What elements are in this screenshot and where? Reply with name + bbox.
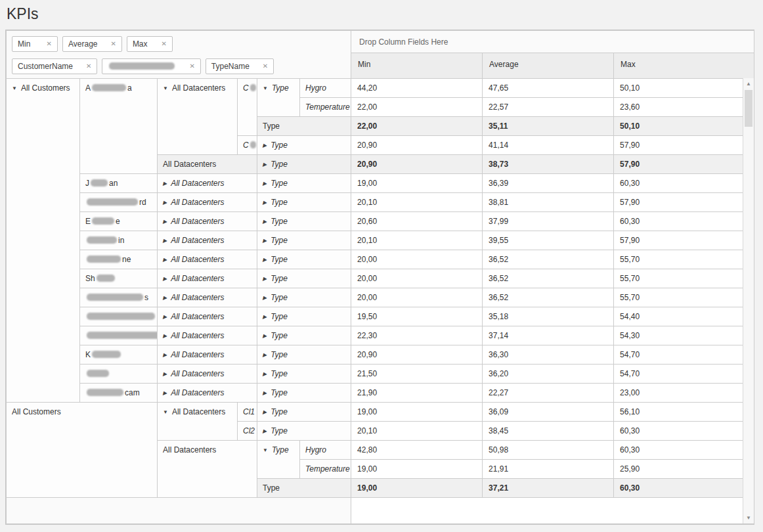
type-cell[interactable]: ▶Type xyxy=(257,174,351,193)
triangle-right-icon[interactable]: ▶ xyxy=(163,238,167,244)
triangle-right-icon[interactable]: ▶ xyxy=(263,143,267,148)
all-datacenters-cell[interactable]: ▶All Datacenters xyxy=(158,193,257,212)
redacted-field-chip[interactable]: ✕ xyxy=(102,58,200,74)
remove-field-icon[interactable]: ✕ xyxy=(47,41,52,47)
triangle-down-icon[interactable]: ▼ xyxy=(163,85,168,91)
all-customers-cell[interactable]: ▼All Customers xyxy=(7,79,80,403)
all-datacenters-cell[interactable]: ▶All Datacenters xyxy=(158,365,257,384)
max-field-chip[interactable]: Max✕ xyxy=(127,36,173,52)
triangle-down-icon[interactable]: ▼ xyxy=(263,85,268,91)
type-cell[interactable]: ▶Type xyxy=(257,136,351,155)
type-cell[interactable]: ▶Type xyxy=(257,384,351,403)
all-datacenters-cell[interactable]: ▼All Datacenters xyxy=(158,403,238,441)
all-datacenters-cell[interactable]: ▶All Datacenters xyxy=(158,174,257,193)
triangle-right-icon[interactable]: ▶ xyxy=(263,181,267,187)
scroll-thumb[interactable] xyxy=(745,90,752,127)
all-datacenters-cell[interactable]: ▶All Datacenters xyxy=(158,269,257,288)
triangle-right-icon[interactable]: ▶ xyxy=(263,428,267,434)
grid-row: Jan▶All Datacenters▶Type19,0036,3960,30 xyxy=(7,174,754,193)
triangle-right-icon[interactable]: ▶ xyxy=(163,390,167,396)
triangle-right-icon[interactable]: ▶ xyxy=(263,409,267,415)
type-cell[interactable]: ▶Type xyxy=(257,193,351,212)
all-datacenters-cell[interactable]: ▶All Datacenters xyxy=(158,307,257,326)
value-cell: 57,90 xyxy=(614,155,754,174)
typename-field-chip[interactable]: TypeName✕ xyxy=(206,58,274,74)
remove-field-icon[interactable]: ✕ xyxy=(161,41,166,47)
type-cell[interactable]: ▶Type xyxy=(257,155,351,174)
scroll-down-button[interactable]: ▼ xyxy=(743,512,754,523)
triangle-down-icon[interactable]: ▼ xyxy=(263,447,268,453)
type-cell[interactable]: ▶Type xyxy=(257,212,351,231)
triangle-down-icon[interactable]: ▼ xyxy=(163,409,168,415)
type-cell[interactable]: ▶Type xyxy=(257,288,351,307)
type-cell[interactable]: ▶Type xyxy=(257,250,351,269)
type-cell[interactable]: ▶Type xyxy=(257,403,351,422)
triangle-right-icon[interactable]: ▶ xyxy=(263,200,267,206)
all-customers-cell: All Customers xyxy=(7,403,158,498)
triangle-right-icon[interactable]: ▶ xyxy=(263,314,267,320)
scroll-up-button[interactable]: ▲ xyxy=(743,78,754,89)
remove-field-icon[interactable]: ✕ xyxy=(86,63,91,70)
type-cell[interactable]: ▶Type xyxy=(257,269,351,288)
triangle-right-icon[interactable]: ▶ xyxy=(263,276,267,282)
triangle-right-icon[interactable]: ▶ xyxy=(163,314,167,320)
triangle-right-icon[interactable]: ▶ xyxy=(263,371,267,377)
value-cell: 44,20 xyxy=(351,79,483,98)
value-cell: 20,10 xyxy=(351,193,483,212)
triangle-right-icon[interactable]: ▶ xyxy=(263,219,267,225)
all-datacenters-cell[interactable]: ▶All Datacenters xyxy=(158,345,257,365)
triangle-right-icon[interactable]: ▶ xyxy=(163,295,167,301)
column-header-min[interactable]: Min xyxy=(351,53,483,79)
triangle-right-icon[interactable]: ▶ xyxy=(263,238,267,244)
type-cell[interactable]: ▼Type xyxy=(257,441,300,479)
type-cell[interactable]: ▼Type xyxy=(257,79,300,117)
all-datacenters-cell[interactable]: ▶All Datacenters xyxy=(158,212,257,231)
value-cell: 23,00 xyxy=(614,384,754,403)
type-cell[interactable]: ▶Type xyxy=(257,345,351,365)
vertical-scrollbar[interactable]: ▲ ▼ xyxy=(743,78,754,523)
type-cell[interactable]: ▶Type xyxy=(257,365,351,384)
column-header-average[interactable]: Average xyxy=(483,53,614,79)
triangle-right-icon[interactable]: ▶ xyxy=(163,371,167,377)
all-datacenters-cell[interactable]: ▶All Datacenters xyxy=(158,384,257,403)
remove-field-icon[interactable]: ✕ xyxy=(263,63,268,70)
all-datacenters-cell[interactable]: ▶All Datacenters xyxy=(158,250,257,269)
page: KPIs Min✕Average✕Max✕ CustomerName✕✕Type… xyxy=(0,0,763,529)
triangle-right-icon[interactable]: ▶ xyxy=(263,390,267,396)
type-cell[interactable]: ▶Type xyxy=(257,326,351,345)
all-datacenters-cell[interactable]: ▶All Datacenters xyxy=(158,288,257,307)
column-header-max[interactable]: Max xyxy=(614,53,754,79)
triangle-down-icon[interactable]: ▼ xyxy=(12,85,17,91)
triangle-right-icon[interactable]: ▶ xyxy=(163,257,167,263)
value-cell: 22,30 xyxy=(351,326,483,345)
type-cell[interactable]: ▶Type xyxy=(257,422,351,441)
customername-field-chip[interactable]: CustomerName✕ xyxy=(12,58,97,74)
triangle-right-icon[interactable]: ▶ xyxy=(263,352,267,358)
triangle-right-icon[interactable]: ▶ xyxy=(163,352,167,358)
redacted-text xyxy=(87,255,121,263)
value-cell: 55,70 xyxy=(614,250,754,269)
redacted-text xyxy=(250,141,256,148)
triangle-right-icon[interactable]: ▶ xyxy=(163,219,167,225)
triangle-right-icon[interactable]: ▶ xyxy=(163,200,167,206)
triangle-right-icon[interactable]: ▶ xyxy=(263,333,267,339)
triangle-right-icon[interactable]: ▶ xyxy=(163,181,167,187)
all-datacenters-cell: All Datacenters xyxy=(158,441,257,498)
remove-field-icon[interactable]: ✕ xyxy=(110,41,116,47)
type-cell[interactable]: ▶Type xyxy=(257,231,351,250)
triangle-right-icon[interactable]: ▶ xyxy=(163,333,167,339)
remove-field-icon[interactable]: ✕ xyxy=(189,63,194,70)
all-datacenters-cell[interactable]: ▶All Datacenters xyxy=(158,326,257,345)
type-cell[interactable]: ▶Type xyxy=(257,307,351,326)
all-datacenters-cell[interactable]: ▼All Datacenters xyxy=(158,79,238,155)
triangle-right-icon[interactable]: ▶ xyxy=(263,257,267,263)
value-cell: 56,10 xyxy=(614,403,754,422)
min-field-chip[interactable]: Min✕ xyxy=(12,36,58,52)
triangle-right-icon[interactable]: ▶ xyxy=(163,276,167,282)
average-field-chip[interactable]: Average✕ xyxy=(62,36,122,52)
value-cell: 55,70 xyxy=(614,269,754,288)
value-cell: 23,60 xyxy=(614,98,754,117)
triangle-right-icon[interactable]: ▶ xyxy=(263,162,267,167)
triangle-right-icon[interactable]: ▶ xyxy=(263,295,267,301)
all-datacenters-cell[interactable]: ▶All Datacenters xyxy=(158,231,257,250)
